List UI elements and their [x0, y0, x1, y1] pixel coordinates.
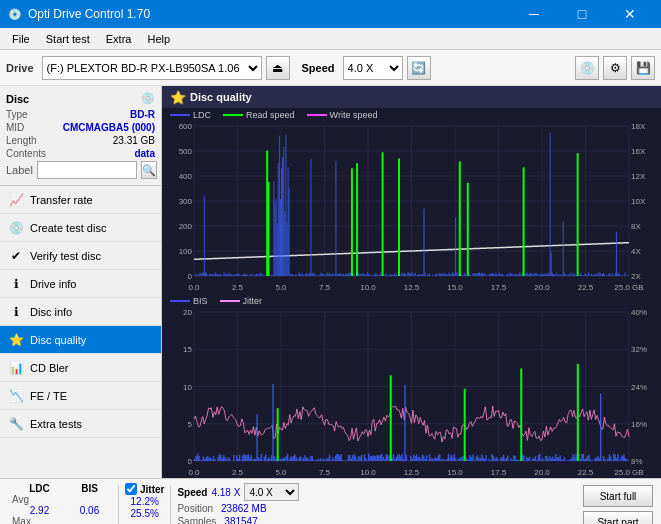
sidebar-item-fe-te[interactable]: 📉 FE / TE [0, 382, 161, 410]
stats-bar: LDC BIS Avg 2.92 0.06 Max 547 12 Total 1… [0, 478, 661, 524]
legend-ldc: LDC [170, 110, 211, 120]
disc-info-icon: ℹ [8, 304, 24, 320]
jitter-color [220, 300, 240, 302]
disc-section: Disc 💿 Type BD-R MID CMCMAGBA5 (000) Len… [0, 86, 161, 186]
disc-label-label: Label [6, 164, 33, 176]
stats-avg-ldc: 2.92 [12, 505, 67, 516]
disc-length-label: Length [6, 135, 37, 146]
sidebar-item-drive-info[interactable]: ℹ Drive info [0, 270, 161, 298]
jitter-header: Jitter [140, 484, 164, 495]
legend-read-speed-label: Read speed [246, 110, 295, 120]
verify-test-disc-icon: ✔ [8, 248, 24, 264]
speed-label: Speed [302, 62, 335, 74]
sidebar-item-cd-bler[interactable]: 📊 CD Bler [0, 354, 161, 382]
disc-type-row: Type BD-R [6, 109, 155, 120]
speed-stats-select[interactable]: 4.0 X [244, 483, 299, 501]
legend-write-speed: Write speed [307, 110, 378, 120]
toolbar: Drive (F:) PLEXTOR BD-R PX-LB950SA 1.06 … [0, 50, 661, 86]
stats-avg-label: Avg [12, 494, 67, 505]
transfer-rate-icon: 📈 [8, 192, 24, 208]
position-label: Position [177, 503, 213, 514]
sidebar-item-cd-bler-label: CD Bler [30, 362, 69, 374]
chart-bottom: BIS Jitter [162, 294, 661, 479]
write-speed-color [307, 114, 327, 116]
sidebar-item-disc-quality[interactable]: ⭐ Disc quality [0, 326, 161, 354]
sidebar-item-extra-tests-label: Extra tests [30, 418, 82, 430]
menu-help[interactable]: Help [139, 31, 178, 47]
sidebar-item-disc-info-label: Disc info [30, 306, 72, 318]
extra-tests-icon: 🔧 [8, 416, 24, 432]
close-button[interactable]: ✕ [607, 0, 653, 28]
disc-mid-label: MID [6, 122, 24, 133]
start-full-button[interactable]: Start full [583, 485, 653, 507]
legend-ldc-label: LDC [193, 110, 211, 120]
sidebar-item-fe-te-label: FE / TE [30, 390, 67, 402]
disc-mid-row: MID CMCMAGBA5 (000) [6, 122, 155, 133]
position-value: 23862 MB [221, 503, 267, 514]
chart-header-icon: ⭐ [170, 90, 186, 105]
minimize-button[interactable]: ─ [511, 0, 557, 28]
top-chart-canvas [162, 108, 661, 294]
disc-type-value: BD-R [130, 109, 155, 120]
disc-quality-icon: ⭐ [8, 332, 24, 348]
settings-button[interactable]: ⚙ [603, 56, 627, 80]
sidebar-item-disc-quality-label: Disc quality [30, 334, 86, 346]
disc-contents-value: data [134, 148, 155, 159]
sidebar-item-transfer-rate[interactable]: 📈 Transfer rate [0, 186, 161, 214]
stats-max-label: Max [12, 516, 67, 524]
disc-contents-row: Contents data [6, 148, 155, 159]
sidebar-item-extra-tests[interactable]: 🔧 Extra tests [0, 410, 161, 438]
menu-file[interactable]: File [4, 31, 38, 47]
burn-button[interactable]: 💿 [575, 56, 599, 80]
chart-top: LDC Read speed Write speed [162, 108, 661, 294]
drive-info-icon: ℹ [8, 276, 24, 292]
sidebar-item-disc-info[interactable]: ℹ Disc info [0, 298, 161, 326]
disc-type-label: Type [6, 109, 28, 120]
app-icon: 💿 [8, 8, 22, 21]
samples-value: 381547 [224, 516, 257, 524]
disc-title: Disc [6, 93, 29, 105]
sidebar-item-create-test-disc[interactable]: 💿 Create test disc [0, 214, 161, 242]
titlebar: 💿 Opti Drive Control 1.70 ─ □ ✕ [0, 0, 661, 28]
legend-bis: BIS [170, 296, 208, 306]
speed-select[interactable]: 4.0 X [343, 56, 403, 80]
ldc-color [170, 114, 190, 116]
maximize-button[interactable]: □ [559, 0, 605, 28]
save-button[interactable]: 💾 [631, 56, 655, 80]
start-part-button[interactable]: Start part [583, 511, 653, 524]
speed-stats-header: Speed [177, 487, 207, 498]
sidebar-item-verify-test-disc[interactable]: ✔ Verify test disc [0, 242, 161, 270]
charts-container: LDC Read speed Write speed [162, 108, 661, 478]
disc-mid-value: CMCMAGBA5 (000) [63, 122, 155, 133]
jitter-checkbox[interactable] [125, 483, 137, 495]
drive-select[interactable]: (F:) PLEXTOR BD-R PX-LB950SA 1.06 [42, 56, 262, 80]
disc-label-button[interactable]: 🔍 [141, 161, 157, 179]
menu-start-test[interactable]: Start test [38, 31, 98, 47]
legend-jitter-label: Jitter [243, 296, 263, 306]
main-area: Disc 💿 Type BD-R MID CMCMAGBA5 (000) Len… [0, 86, 661, 478]
fe-te-icon: 📉 [8, 388, 24, 404]
refresh-button[interactable]: 🔄 [407, 56, 431, 80]
stats-bis-header: BIS [67, 483, 112, 494]
menu-extra[interactable]: Extra [98, 31, 140, 47]
disc-label-row: Label 🔍 [6, 161, 155, 179]
samples-label: Samples [177, 516, 216, 524]
menubar: File Start test Extra Help [0, 28, 661, 50]
top-legend: LDC Read speed Write speed [170, 110, 377, 120]
disc-icon: 💿 [141, 92, 155, 105]
cd-bler-icon: 📊 [8, 360, 24, 376]
titlebar-title: Opti Drive Control 1.70 [28, 7, 150, 21]
eject-button[interactable]: ⏏ [266, 56, 290, 80]
titlebar-controls: ─ □ ✕ [511, 0, 653, 28]
sidebar: Disc 💿 Type BD-R MID CMCMAGBA5 (000) Len… [0, 86, 162, 478]
disc-label-input[interactable] [37, 161, 137, 179]
create-test-disc-icon: 💿 [8, 220, 24, 236]
stats-max-jitter: 25.5% [125, 508, 164, 519]
stats-avg-bis: 0.06 [67, 505, 112, 516]
chart-area: ⭐ Disc quality LDC Read speed [162, 86, 661, 478]
chart-header: ⭐ Disc quality [162, 86, 661, 108]
disc-header: Disc 💿 [6, 92, 155, 105]
legend-bis-label: BIS [193, 296, 208, 306]
stats-avg-jitter: 12.2% [125, 496, 164, 507]
titlebar-left: 💿 Opti Drive Control 1.70 [8, 7, 150, 21]
